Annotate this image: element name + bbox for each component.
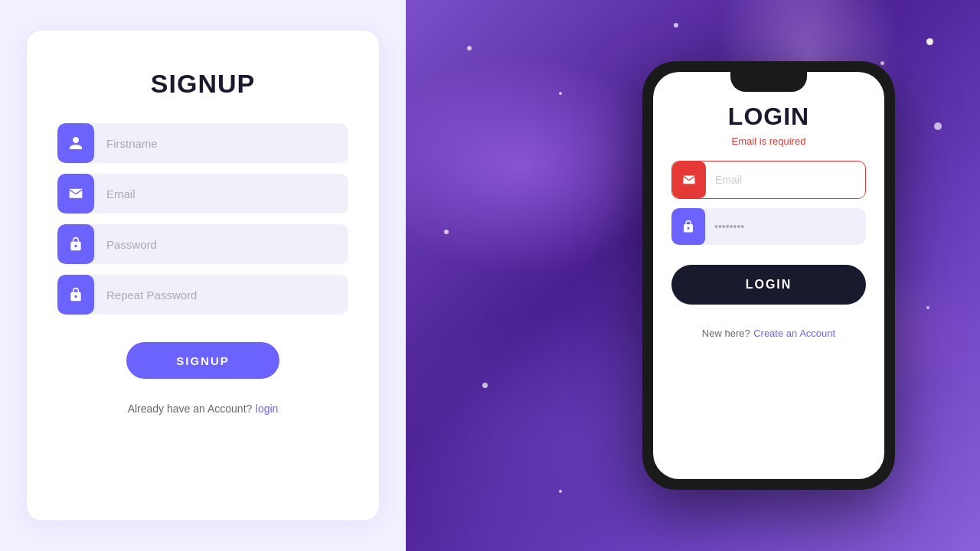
login-redirect: Already have an Account? login <box>128 402 279 416</box>
user-icon <box>57 123 94 163</box>
sparkle-10 <box>926 38 933 45</box>
phone-mockup: LOGIN Email is required <box>642 61 895 490</box>
right-panel: LOGIN Email is required <box>406 0 980 551</box>
create-account-redirect: New here? Create an Account <box>702 326 835 340</box>
phone-lock-icon <box>671 208 705 245</box>
phone-email-input[interactable] <box>706 161 865 198</box>
signup-card: SIGNUP <box>27 31 379 520</box>
lock-icon <box>57 224 94 264</box>
sparkle-12 <box>674 23 678 28</box>
phone-outer-frame: LOGIN Email is required <box>642 61 895 490</box>
password-input[interactable] <box>94 224 348 264</box>
phone-screen: LOGIN Email is required <box>653 72 884 479</box>
login-link[interactable]: login <box>256 403 279 415</box>
email-icon <box>57 174 94 214</box>
firstname-input-group <box>57 123 348 163</box>
password-input-group <box>57 224 348 264</box>
sparkle-11 <box>559 490 562 493</box>
email-input-group <box>57 174 348 214</box>
repeat-lock-icon <box>57 275 94 315</box>
sparkle-6 <box>444 230 449 234</box>
sparkle-5 <box>934 122 942 130</box>
signup-title: SIGNUP <box>151 69 255 99</box>
firstname-input[interactable] <box>94 123 348 163</box>
sparkle-7 <box>926 306 929 309</box>
sparkle-8 <box>482 383 488 388</box>
email-required-error: Email is required <box>732 135 806 147</box>
sparkle-1 <box>467 46 472 51</box>
signup-button[interactable]: SIGNUP <box>126 342 279 379</box>
phone-notch <box>730 72 807 92</box>
phone-email-input-group <box>671 161 866 199</box>
login-title: LOGIN <box>728 103 809 131</box>
sparkle-2 <box>559 92 562 95</box>
phone-password-input-group <box>671 208 866 245</box>
already-have-account-text: Already have an Account? <box>128 403 253 415</box>
repeat-password-input[interactable] <box>94 275 348 315</box>
phone-email-icon <box>672 161 706 198</box>
new-here-text: New here? <box>702 328 750 339</box>
repeat-password-input-group <box>57 275 348 315</box>
email-input[interactable] <box>94 174 348 214</box>
phone-password-input[interactable] <box>705 208 866 245</box>
create-account-link[interactable]: Create an Account <box>753 328 835 339</box>
login-button[interactable]: LOGIN <box>671 265 866 305</box>
left-panel: SIGNUP <box>0 0 406 551</box>
